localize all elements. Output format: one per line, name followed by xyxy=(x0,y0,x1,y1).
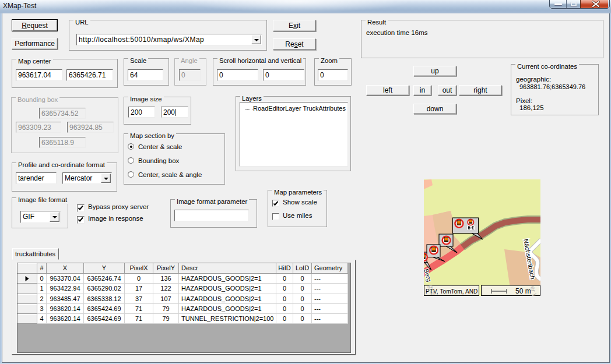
svg-text:50 m: 50 m xyxy=(515,287,531,295)
svg-text:PTV, TomTom, AND: PTV, TomTom, AND xyxy=(426,288,477,295)
